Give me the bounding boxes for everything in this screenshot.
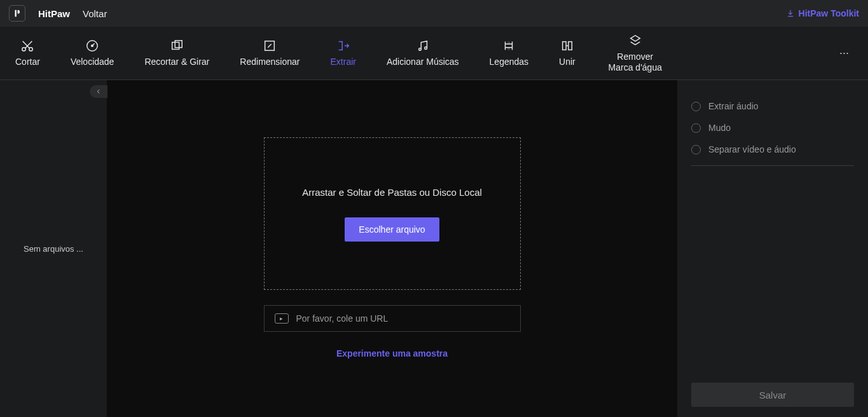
url-input-row: ▸ <box>264 305 521 332</box>
title-bar: HitPaw Voltar HitPaw Toolkit <box>0 0 868 27</box>
url-input[interactable] <box>296 313 510 324</box>
tool-extract[interactable]: Extrair <box>315 27 371 79</box>
file-list-panel: Sem arquivos ... <box>0 80 107 417</box>
svg-rect-10 <box>568 42 572 50</box>
resize-icon <box>263 39 277 53</box>
merge-icon <box>560 39 574 53</box>
tool-label: Recortar & Girar <box>144 57 209 67</box>
tool-label: Redimensionar <box>240 57 300 67</box>
collapse-panel-button[interactable] <box>90 85 107 98</box>
tool-cut[interactable]: Cortar <box>0 27 55 79</box>
toolkit-label: HitPaw Toolkit <box>799 8 859 18</box>
svg-point-1 <box>29 48 33 51</box>
radio-icon <box>691 145 701 154</box>
music-icon <box>416 39 430 53</box>
toolkit-link[interactable]: HitPaw Toolkit <box>786 8 859 18</box>
svg-point-8 <box>425 47 427 50</box>
app-name: HitPaw <box>38 8 70 19</box>
tool-label: Cortar <box>15 57 40 67</box>
empty-files-text: Sem arquivos ... <box>24 244 83 254</box>
svg-rect-5 <box>176 41 183 48</box>
crop-rotate-icon <box>170 39 184 53</box>
back-button[interactable]: Voltar <box>83 8 107 19</box>
save-button[interactable]: Salvar <box>691 383 854 407</box>
option-label: Separar vídeo e áudio <box>708 144 796 154</box>
tool-label: Unir <box>559 57 575 67</box>
tool-resize[interactable]: Redimensionar <box>224 27 315 79</box>
svg-point-0 <box>22 48 26 51</box>
svg-point-7 <box>418 48 421 51</box>
tool-subtitles[interactable]: Legendas <box>474 27 544 79</box>
tool-label: Velocidade <box>71 57 114 67</box>
tool-merge[interactable]: Unir <box>544 27 591 79</box>
tool-label: Extrair <box>331 57 356 67</box>
center-panel: Arrastar e Soltar de Pastas ou Disco Loc… <box>107 80 677 417</box>
dropzone[interactable]: Arrastar e Soltar de Pastas ou Disco Loc… <box>264 137 521 290</box>
tool-crop-rotate[interactable]: Recortar & Girar <box>129 27 224 79</box>
tool-label: Remover Marca d'água <box>606 51 665 72</box>
play-icon: ▸ <box>275 313 289 324</box>
tool-add-music[interactable]: Adicionar Músicas <box>371 27 474 79</box>
download-icon <box>786 9 795 18</box>
subtitles-icon <box>502 39 516 53</box>
scissors-icon <box>20 39 34 53</box>
options-panel: Extrair áudio Mudo Separar vídeo e áudio… <box>677 80 868 417</box>
option-extract-audio[interactable]: Extrair áudio <box>691 95 854 117</box>
radio-icon <box>691 102 701 111</box>
main-area: Sem arquivos ... Arrastar e Soltar de Pa… <box>0 80 868 417</box>
speed-icon <box>85 39 99 53</box>
svg-rect-4 <box>172 43 179 50</box>
tool-speed[interactable]: Velocidade <box>55 27 130 79</box>
try-sample-link[interactable]: Experimente uma amostra <box>336 348 448 359</box>
option-label: Mudo <box>708 123 731 133</box>
watermark-icon <box>628 34 642 48</box>
svg-rect-9 <box>563 42 567 50</box>
choose-file-button[interactable]: Escolher arquivo <box>345 217 439 242</box>
radio-icon <box>691 123 701 133</box>
extract-icon <box>336 39 350 53</box>
tool-label: Legendas <box>490 57 529 67</box>
drop-instructions: Arrastar e Soltar de Pastas ou Disco Loc… <box>302 186 482 200</box>
option-mute[interactable]: Mudo <box>691 117 854 139</box>
svg-point-3 <box>92 45 93 47</box>
toolbar: Cortar Velocidade Recortar & Girar Redim… <box>0 27 868 80</box>
option-split-av[interactable]: Separar vídeo e áudio <box>691 139 854 160</box>
tool-label: Adicionar Músicas <box>387 57 459 67</box>
divider <box>691 165 854 166</box>
tool-remove-watermark[interactable]: Remover Marca d'água <box>591 27 680 79</box>
chevron-left-icon <box>95 88 102 95</box>
app-logo-icon <box>9 5 25 22</box>
title-bar-left: HitPaw Voltar <box>9 5 107 22</box>
toolbar-more-button[interactable]: ··· <box>820 27 868 79</box>
option-label: Extrair áudio <box>708 101 759 111</box>
